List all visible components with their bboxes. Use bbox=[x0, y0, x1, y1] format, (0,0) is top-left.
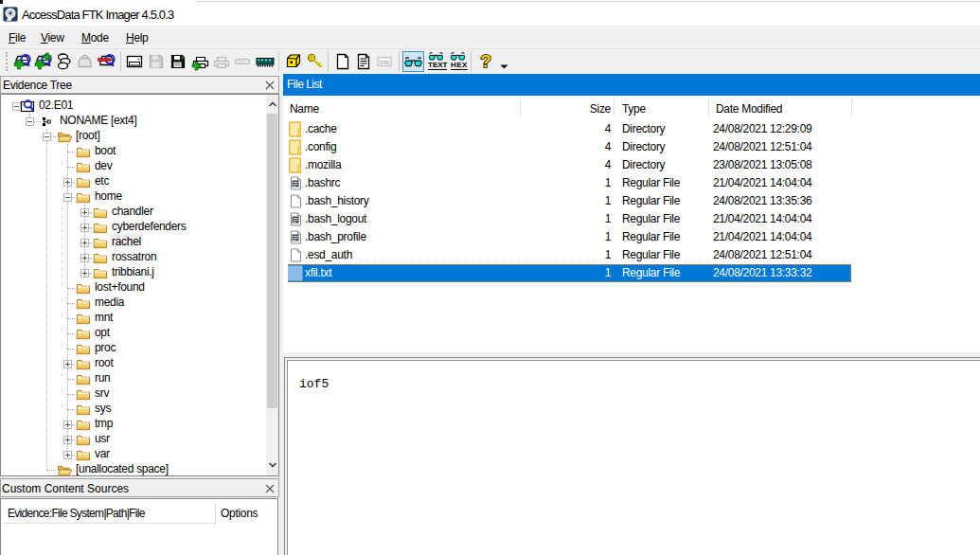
svg-text:?: ? bbox=[480, 51, 491, 71]
svg-text:DIR: DIR bbox=[380, 60, 390, 65]
